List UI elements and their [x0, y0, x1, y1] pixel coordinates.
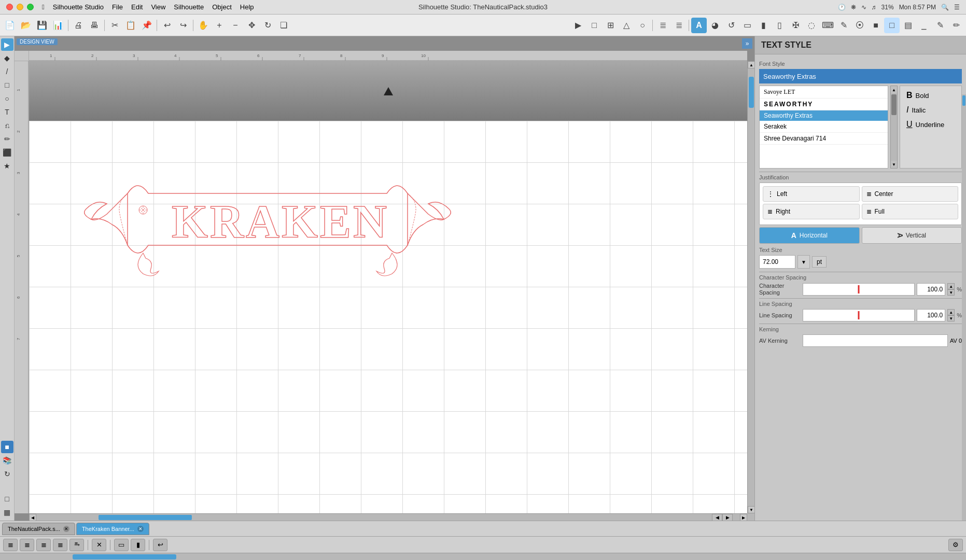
- select-tool-btn[interactable]: ▶: [570, 18, 586, 33]
- rotate-btn[interactable]: ↻: [260, 18, 275, 33]
- font-scroll-thumb[interactable]: [891, 94, 897, 115]
- font-list-item-savoye[interactable]: Savoye LET: [760, 86, 888, 99]
- char-spacing-value-input[interactable]: [917, 283, 945, 296]
- scroll-down-btn[interactable]: ▼: [748, 506, 754, 513]
- rectangle-tool[interactable]: □: [1, 79, 13, 91]
- char-spacing-stepper[interactable]: ▲ ▼: [947, 283, 955, 296]
- text-size-input[interactable]: [759, 255, 795, 269]
- text-tool[interactable]: T: [1, 106, 13, 118]
- font-list-item-serakek[interactable]: Serakek: [760, 121, 888, 133]
- h-scroll-thumb[interactable]: [99, 515, 192, 520]
- fill-btn[interactable]: ◕: [707, 18, 723, 33]
- menu-object[interactable]: Object: [212, 3, 232, 11]
- text-style-btn[interactable]: A: [691, 18, 707, 33]
- group-btn[interactable]: ▭: [739, 18, 755, 33]
- right-panel-scroll-thumb[interactable]: [962, 95, 965, 106]
- registration-btn[interactable]: ⦿: [852, 18, 867, 33]
- arrange-btn[interactable]: ▯: [772, 18, 787, 33]
- rotate-ccw-btn[interactable]: ↺: [723, 18, 739, 33]
- status-group-btn[interactable]: ▭: [114, 539, 129, 551]
- char-spacing-down-btn[interactable]: ▼: [947, 289, 955, 296]
- cut-btn[interactable]: ✂: [107, 18, 122, 33]
- tab-kraken-banner[interactable]: TheKraken Banner... ✕: [76, 523, 149, 535]
- vertical-orientation-btn[interactable]: A Vertical: [862, 227, 962, 244]
- zoom-in-btn[interactable]: +: [212, 18, 227, 33]
- ungroup-btn[interactable]: ▮: [755, 18, 771, 33]
- tab-kraken-banner-close[interactable]: ✕: [137, 526, 144, 532]
- line-btn[interactable]: ⎯: [916, 18, 932, 33]
- scroll-right-btn[interactable]: ▶: [740, 514, 747, 521]
- menu-edit[interactable]: Edit: [131, 3, 143, 11]
- grid-btn[interactable]: ⊞: [603, 18, 618, 33]
- fit-page-btn[interactable]: ❏: [276, 18, 291, 33]
- sync-tool[interactable]: ↻: [1, 468, 13, 480]
- pen-btn[interactable]: ✎: [932, 18, 948, 33]
- font-list-item-seaworthy-extras[interactable]: Seaworthy Extras: [760, 110, 888, 121]
- color-btn[interactable]: ◌: [804, 18, 819, 33]
- line-spacing-down-btn[interactable]: ▼: [947, 315, 955, 321]
- align-left-btn[interactable]: ≣: [655, 18, 670, 33]
- status-align-center-btn[interactable]: ≣: [20, 539, 34, 551]
- scroll-prev-page-btn[interactable]: ◀: [712, 514, 722, 521]
- apple-menu[interactable]: : [42, 3, 45, 11]
- scroll-up-btn[interactable]: ▲: [748, 61, 754, 68]
- rectangle-tool-btn[interactable]: □: [586, 18, 602, 33]
- horizontal-orientation-btn[interactable]: A Horizontal: [759, 227, 860, 244]
- justify-full-btn[interactable]: ≣ Full: [862, 204, 959, 219]
- save-file-btn[interactable]: 💾: [34, 18, 50, 33]
- status-distribute-btn[interactable]: ⥱: [69, 539, 84, 551]
- page-btn[interactable]: □: [884, 18, 900, 33]
- node-tool[interactable]: ◆: [1, 52, 13, 64]
- fullscreen-window-btn[interactable]: [27, 4, 34, 10]
- status-settings-btn[interactable]: ⚙: [948, 539, 963, 551]
- align-right-btn[interactable]: ≣: [671, 18, 687, 33]
- library-tool[interactable]: 📚: [1, 454, 13, 467]
- justify-right-btn[interactable]: ≣ Right: [763, 204, 860, 219]
- justify-center-btn[interactable]: ≣ Center: [862, 186, 959, 202]
- tab-nautical-pack[interactable]: TheNauticalPack.s... ✕: [2, 523, 75, 535]
- print-btn[interactable]: 🖨: [71, 18, 86, 33]
- undo-btn[interactable]: ↩: [159, 18, 175, 33]
- menu-silhouette[interactable]: Silhouette: [174, 3, 204, 11]
- font-list[interactable]: Savoye LET SEAWORTHY Seaworthy Extras Se…: [759, 86, 888, 169]
- close-window-btn[interactable]: [6, 4, 13, 10]
- vertical-scrollbar[interactable]: ▲ ▼: [747, 61, 754, 513]
- tab-nautical-pack-close[interactable]: ✕: [63, 526, 69, 532]
- minimize-window-btn[interactable]: [17, 4, 23, 10]
- status-undo-btn[interactable]: ↩: [153, 539, 167, 551]
- print-cut-btn[interactable]: ✎: [836, 18, 851, 33]
- paint-tool[interactable]: ★: [1, 160, 13, 172]
- bezier-tool[interactable]: ⎌: [1, 119, 13, 132]
- circle-btn[interactable]: ○: [635, 18, 650, 33]
- bottom-scroll-thumb[interactable]: [73, 554, 176, 559]
- save-as-btn[interactable]: 📊: [50, 18, 66, 33]
- menu-help[interactable]: Help: [240, 3, 254, 11]
- status-close-btn[interactable]: ✕: [92, 539, 106, 551]
- bold-btn[interactable]: B Bold: [903, 89, 958, 102]
- pointer-tool[interactable]: ▶: [1, 38, 13, 51]
- menu-file[interactable]: File: [112, 3, 123, 11]
- status-align-bottom-btn[interactable]: ≣: [53, 539, 67, 551]
- line-spacing-slider[interactable]: [803, 309, 915, 321]
- vertical-scroll-thumb[interactable]: [749, 77, 754, 108]
- font-list-item-shree[interactable]: Shree Devanagari 714: [760, 133, 888, 145]
- search-icon[interactable]: 🔍: [941, 4, 949, 11]
- font-list-item-seaworthy[interactable]: SEAWORTHY: [760, 99, 888, 110]
- menu-view[interactable]: View: [151, 3, 165, 11]
- justify-left-btn[interactable]: ⋮ Left: [763, 186, 860, 202]
- cut-settings-btn[interactable]: ⌨: [820, 18, 835, 33]
- draw-btn[interactable]: ✏: [948, 18, 964, 33]
- open-file-btn[interactable]: 📂: [18, 18, 34, 33]
- polygon-btn[interactable]: △: [619, 18, 634, 33]
- line-spacing-up-btn[interactable]: ▲: [947, 309, 955, 315]
- line-spacing-stepper[interactable]: ▲ ▼: [947, 309, 955, 321]
- grid-view-tool[interactable]: ▦: [1, 506, 13, 519]
- redo-btn[interactable]: ↪: [175, 18, 191, 33]
- italic-btn[interactable]: I Italic: [903, 104, 958, 116]
- eraser-tool[interactable]: ⬛: [1, 146, 13, 159]
- paste-btn[interactable]: 📌: [139, 18, 155, 33]
- expand-panel-btn[interactable]: »: [742, 38, 752, 49]
- right-panel-scrollbar[interactable]: [962, 94, 966, 521]
- line-spacing-value-input[interactable]: [917, 309, 945, 321]
- pan-btn[interactable]: ✋: [195, 18, 211, 33]
